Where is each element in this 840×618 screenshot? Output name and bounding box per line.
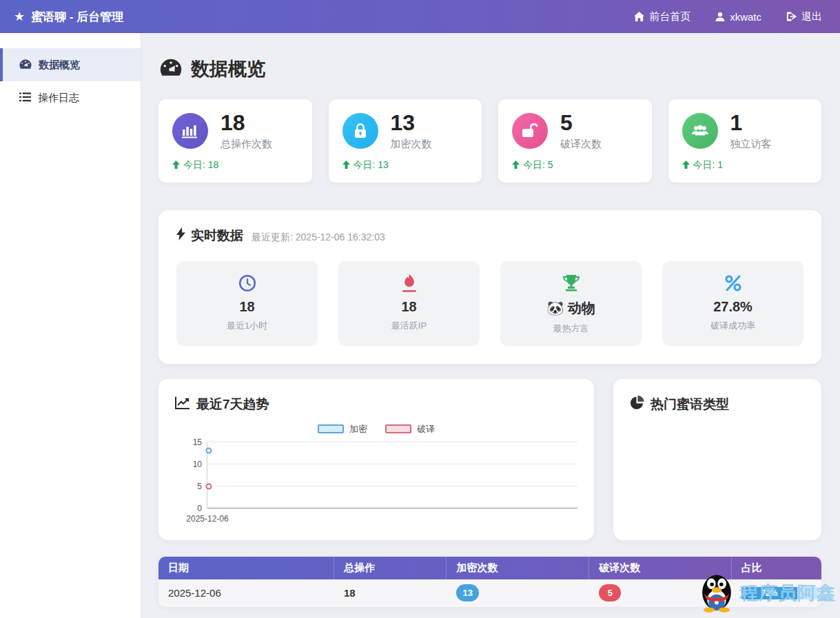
nav-username: xkwatc [730,11,761,23]
logout-icon [786,12,797,21]
stat-label: 破译次数 [560,138,602,151]
table-row: 2025-12-06 18 13 5 72% [158,579,821,607]
sidebar: 数据概览 操作日志 [0,33,141,618]
legend-swatch-decrypt [385,424,411,433]
user-icon [715,12,725,21]
pie-chart-icon [630,395,644,413]
decrypt-count-badge: 5 [599,584,621,601]
line-chart-icon [175,396,190,413]
stat-value: 13 [391,112,432,135]
nav-user-link[interactable]: xkwatc [715,11,761,23]
nav-home-link[interactable]: 前台首页 [634,10,690,23]
cell-total: 18 [334,579,447,607]
arrow-up-icon [682,160,690,171]
top-navbar: ★ 蜜语聊 - 后台管理 前台首页 xkwatc 退出 [0,0,840,33]
last-updated: 最近更新: 2025-12-06 16:32:03 [252,231,385,244]
bolt-icon [176,227,185,244]
admin-dashboard: ★ 蜜语聊 - 后台管理 前台首页 xkwatc 退出 [0,0,840,618]
arrow-up-icon [172,160,180,171]
stat-cards-row: 18 总操作次数 今日: 18 1 [158,99,821,183]
stat-value: 18 [221,112,272,135]
legend-item-encrypt[interactable]: 加密 [318,423,367,435]
daily-stats-table: 日期 总操作 加密次数 破译次数 占比 2025-12-06 18 13 5 [158,557,821,607]
lock-icon [342,113,378,149]
realtime-tile-success-rate: 27.8% 破译成功率 [662,261,803,346]
page-title: 数据概览 [160,56,821,81]
stat-today: 今日: 13 [342,159,469,172]
realtime-tile-hot-dialect: 🐼 动物 最热方言 [500,261,642,346]
brand: ★ 蜜语聊 - 后台管理 [14,9,123,25]
clock-icon [183,274,311,293]
arrow-up-icon [512,160,520,171]
stat-today: 今日: 18 [172,159,298,172]
chart-legend: 加密 破译 [175,423,577,435]
stat-today: 今日: 5 [512,159,638,172]
cell-date: 2025-12-06 [158,579,334,607]
stat-label: 加密次数 [391,138,432,151]
trend-plot: 051015 [207,442,577,508]
table-header-row: 日期 总操作 加密次数 破译次数 占比 [158,557,821,579]
percent-icon [669,274,797,293]
flame-icon [345,274,473,293]
dashboard-gauge-icon [160,58,182,81]
legend-item-decrypt[interactable]: 破译 [385,423,435,435]
gauge-icon [19,59,32,71]
bar-chart-icon [172,113,208,149]
users-icon [682,113,718,149]
home-icon [634,12,644,21]
realtime-card: 实时数据 最近更新: 2025-12-06 16:32:03 18 最近1小时 [158,210,821,364]
brand-title: 蜜语聊 - 后台管理 [31,9,123,25]
stat-label: 独立访客 [730,138,772,151]
stat-card-decrypts: 5 破译次数 今日: 5 [498,99,652,183]
sidebar-item-label: 数据概览 [39,59,80,72]
nav-logout-link[interactable]: 退出 [786,10,822,23]
encrypt-count-badge: 13 [456,584,478,601]
stat-label: 总操作次数 [221,138,272,151]
sidebar-item-logs[interactable]: 操作日志 [0,81,141,114]
stat-today: 今日: 1 [682,159,808,172]
stat-card-visitors: 1 独立访客 今日: 1 [668,99,822,183]
table-header-date: 日期 [158,557,334,579]
sidebar-item-overview[interactable]: 数据概览 [0,48,141,81]
stat-card-encrypts: 13 加密次数 今日: 13 [329,99,482,183]
stat-card-total-ops: 18 总操作次数 今日: 18 [158,99,312,183]
stat-value: 1 [730,112,772,135]
arrow-up-icon [342,160,350,171]
table-header-encrypt: 加密次数 [447,557,589,579]
stat-value: 5 [560,112,602,135]
ratio-progress-bar: 72% [741,587,819,599]
types-chart-empty-body [630,413,805,524]
star-icon: ★ [14,9,25,24]
sidebar-item-label: 操作日志 [38,92,79,105]
list-icon [19,92,31,104]
legend-swatch-encrypt [318,424,344,433]
realtime-tile-active-ip: 18 最活跃IP [338,261,480,346]
table-header-total: 总操作 [334,557,447,579]
trend-x-label: 2025-12-06 [186,514,228,524]
types-chart-card: 热门蜜语类型 [613,379,821,540]
main-content: 数据概览 18 总操作次数 今日 [141,33,840,618]
ratio-progress-fill: 72% [741,587,797,599]
trend-chart-card: 最近7天趋势 加密 破译 051015 20 [158,379,594,540]
table-header-decrypt: 破译次数 [589,557,732,579]
unlock-icon [512,113,548,149]
trophy-icon [507,274,635,293]
realtime-tile-last-hour: 18 最近1小时 [176,261,318,346]
table-header-ratio: 占比 [732,557,821,579]
